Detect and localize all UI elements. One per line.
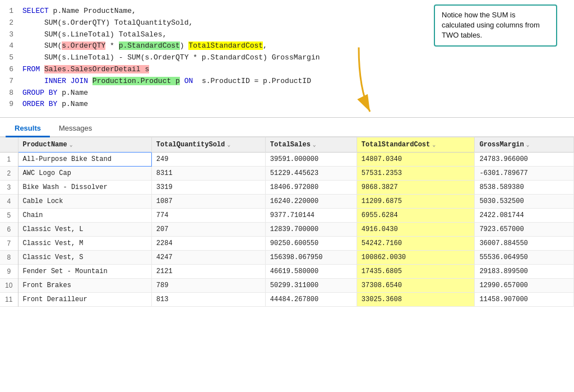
line-number: 8 [0,87,22,99]
cell-qty: 2284 [151,237,265,251]
table-row: 9Fender Set - Mountain212146619.58000017… [0,265,574,279]
cell-margin: 29183.899500 [475,265,574,279]
cell-rownum: 7 [0,237,18,251]
cell-qty: 1087 [151,195,265,209]
col-header-stdcost[interactable]: TotalStandardCost ⌄ [357,137,475,153]
cell-stdcost: 100862.0030 [357,251,475,265]
cell-stdcost: 17435.6805 [357,265,475,279]
cell-product: Classic Vest, M [18,237,151,251]
code-text: ORDER BY p.Name [22,99,574,110]
cell-rownum: 6 [0,223,18,237]
cell-qty: 789 [151,279,265,293]
code-line-8: 8 GROUP BY p.Name [0,87,574,99]
table-row: 2AWC Logo Cap831151229.44562357531.2353-… [0,167,574,181]
cell-product: Chain [18,209,151,223]
cell-qty: 3319 [151,181,265,195]
tab-results[interactable]: Results [6,121,50,137]
cell-qty: 8311 [151,167,265,181]
cell-product: Classic Vest, S [18,251,151,265]
table-row: 5Chain7749377.7101446955.62842422.081744 [0,209,574,223]
cell-stdcost: 11209.6875 [357,195,475,209]
cell-margin: 11458.907000 [475,293,574,307]
cell-sales: 50299.311000 [265,279,357,293]
cell-margin: 24783.966000 [475,153,574,167]
table-header-row: ProductName ⌄ TotalQuantitySold ⌄ TotalS… [0,137,574,153]
line-number: 2 [0,17,22,29]
sort-icon-product: ⌄ [70,141,73,148]
cell-product: Front Derailleur [18,293,151,307]
table-row: 7Classic Vest, M228490250.60055054242.71… [0,237,574,251]
cell-stdcost: 37308.6540 [357,279,475,293]
tab-messages[interactable]: Messages [50,121,101,137]
cell-sales: 156398.067950 [265,251,357,265]
cell-stdcost: 6955.6284 [357,209,475,223]
cell-product: AWC Logo Cap [18,167,151,181]
cell-stdcost: 4916.0430 [357,223,475,237]
table-row: 11Front Derailleur81344484.26780033025.3… [0,293,574,307]
line-number: 6 [0,64,22,76]
code-text: GROUP BY p.Name [22,87,574,99]
tabs-bar: Results Messages [0,118,574,137]
cell-margin: 8538.589380 [475,181,574,195]
cell-product: All-Purpose Bike Stand [18,153,151,167]
cell-margin: 36007.884550 [475,237,574,251]
cell-stdcost: 54242.7160 [357,237,475,251]
cell-rownum: 8 [0,251,18,265]
code-line-6: 6 FROM Sales.SalesOrderDetail s [0,64,574,76]
callout-box: Notice how the SUM is calculated using c… [434,4,557,47]
line-number: 3 [0,29,22,41]
sort-icon-stdcost: ⌄ [432,141,436,148]
results-table-container: ProductName ⌄ TotalQuantitySold ⌄ TotalS… [0,137,574,307]
cell-sales: 39591.000000 [265,153,357,167]
line-number: 5 [0,52,22,64]
results-table: ProductName ⌄ TotalQuantitySold ⌄ TotalS… [0,137,574,307]
table-row: 6Classic Vest, L20712839.7000004916.0430… [0,223,574,237]
sort-icon-qty: ⌄ [227,141,230,148]
cell-product: Bike Wash - Dissolver [18,181,151,195]
code-line-5: 5 SUM(s.LineTotal) - SUM(s.OrderQTY * p.… [0,52,574,64]
table-row: 3Bike Wash - Dissolver331918406.97208098… [0,181,574,195]
table-row: 1All-Purpose Bike Stand24939591.00000014… [0,153,574,167]
cell-sales: 51229.445623 [265,167,357,181]
cell-rownum: 2 [0,167,18,181]
col-header-margin[interactable]: GrossMargin ⌄ [475,137,574,153]
cell-sales: 46619.580000 [265,265,357,279]
line-number: 7 [0,76,22,87]
cell-qty: 813 [151,293,265,307]
line-number: 4 [0,40,22,52]
cell-sales: 44484.267800 [265,293,357,307]
sort-icon-margin: ⌄ [526,141,530,148]
callout-text: Notice how the SUM is calculated using c… [442,11,540,39]
code-editor: 1 SELECT p.Name ProductName, 2 SUM(s.Ord… [0,0,574,118]
cell-margin: -6301.789677 [475,167,574,181]
cell-rownum: 5 [0,209,18,223]
cell-rownum: 10 [0,279,18,293]
cell-rownum: 3 [0,181,18,195]
code-text: FROM Sales.SalesOrderDetail s [22,64,574,76]
cell-margin: 12990.657000 [475,279,574,293]
cell-rownum: 4 [0,195,18,209]
cell-margin: 55536.064950 [475,251,574,265]
line-number: 1 [0,6,22,17]
cell-sales: 90250.600550 [265,237,357,251]
table-row: 8Classic Vest, S4247156398.067950100862.… [0,251,574,265]
cell-sales: 9377.710144 [265,209,357,223]
code-text: INNER JOIN Production.Product p ON s.Pro… [22,76,574,87]
table-row: 10Front Brakes78950299.31100037308.65401… [0,279,574,293]
cell-product: Front Brakes [18,279,151,293]
col-header-qty[interactable]: TotalQuantitySold ⌄ [151,137,265,153]
cell-stdcost: 9868.3827 [357,181,475,195]
col-header-rownum [0,137,18,153]
cell-sales: 18406.972080 [265,181,357,195]
cell-qty: 4247 [151,251,265,265]
col-header-product[interactable]: ProductName ⌄ [18,137,151,153]
cell-sales: 12839.700000 [265,223,357,237]
code-line-9: 9 ORDER BY p.Name [0,99,574,110]
cell-margin: 7923.657000 [475,223,574,237]
cell-qty: 774 [151,209,265,223]
col-header-sales[interactable]: TotalSales ⌄ [265,137,357,153]
cell-rownum: 11 [0,293,18,307]
table-row: 4Cable Lock108716240.22000011209.6875503… [0,195,574,209]
cell-margin: 2422.081744 [475,209,574,223]
cell-rownum: 9 [0,265,18,279]
